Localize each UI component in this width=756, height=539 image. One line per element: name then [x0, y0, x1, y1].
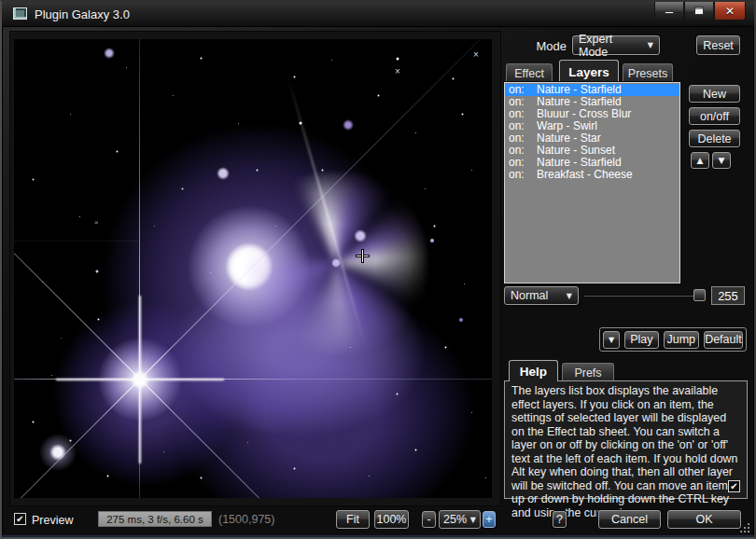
zoom-100-button[interactable]: 100% — [374, 510, 409, 529]
layer-state-toggle[interactable]: on: — [509, 108, 537, 120]
layer-name: Nature - Sunset — [537, 145, 615, 157]
maximize-icon — [694, 7, 704, 15]
move-layer-down-button[interactable]: ▼ — [712, 152, 731, 169]
cursor-coordinates: (1500,975) — [218, 513, 274, 526]
tab-presets[interactable]: Presets — [623, 63, 673, 83]
layer-list[interactable]: on:Nature - Starfield on:Nature - Starfi… — [504, 82, 680, 283]
onoff-layer-button[interactable]: on/off — [689, 107, 740, 125]
layer-state-toggle[interactable]: on: — [509, 84, 537, 96]
preview-checkbox-label: Preview — [32, 514, 73, 527]
opacity-slider-track[interactable] — [584, 295, 704, 297]
mode-select-value: Expert Mode — [579, 33, 642, 59]
layer-state-toggle[interactable]: on: — [509, 157, 537, 169]
layer-state-toggle[interactable]: on: — [509, 169, 537, 181]
layer-name: Nature - Starfield — [537, 157, 622, 169]
star-cross: × — [473, 50, 479, 60]
app-icon — [13, 7, 27, 20]
zoom-in-button[interactable]: + — [483, 511, 496, 528]
tab-layers[interactable]: Layers — [559, 60, 619, 83]
layer-state-toggle[interactable]: on: — [509, 145, 537, 157]
layer-row[interactable]: on:Nature - Starfield — [505, 84, 679, 96]
reset-button[interactable]: Reset — [696, 35, 740, 55]
jump-button[interactable]: Jump — [664, 331, 699, 349]
zoom-out-button[interactable]: - — [422, 511, 436, 528]
star-spike — [139, 296, 141, 463]
delete-layer-button[interactable]: Delete — [689, 130, 740, 147]
layer-row[interactable]: on:Breakfast - Cheese — [505, 169, 679, 181]
titlebar[interactable]: Plugin Galaxy 3.0 ✕ — [2, 2, 754, 27]
play-options-dropdown[interactable]: ▼ — [603, 331, 620, 349]
layer-name: Warp - Swirl — [537, 120, 597, 132]
transport-group: ▼ Play Jump Default — [599, 327, 747, 352]
default-button[interactable]: Default — [704, 331, 743, 349]
layer-name: Nature - Starfield — [537, 84, 622, 96]
help-text-panel: The layers list box displays the availab… — [504, 380, 748, 499]
tab-help[interactable]: Help — [509, 360, 558, 381]
layer-name: Breakfast - Cheese — [537, 169, 633, 181]
render-stats: 275 ms, 3 f/s, 6.60 s — [98, 511, 212, 527]
fit-button[interactable]: Fit — [336, 510, 370, 529]
blend-mode-value: Normal — [511, 289, 548, 302]
layer-row[interactable]: on:Nature - Star — [505, 132, 679, 145]
crosshair-cursor — [356, 249, 370, 263]
preview-checkbox[interactable]: ✔ — [14, 513, 26, 525]
mode-label: Mode — [531, 39, 567, 53]
minimize-icon — [665, 11, 674, 14]
layer-name: Nature - Starfield — [537, 96, 622, 108]
tab-effect[interactable]: Effect — [506, 63, 553, 83]
swirl-effect — [243, 170, 429, 356]
layer-row[interactable]: on:Nature - Sunset — [505, 145, 679, 157]
chevron-down-icon: ▼ — [567, 292, 572, 300]
ok-button[interactable]: OK — [667, 510, 741, 529]
layer-row[interactable]: on:Nature - Starfield — [505, 157, 679, 169]
tab-prefs[interactable]: Prefs — [562, 363, 614, 381]
layer-name: Nature - Star — [537, 132, 601, 145]
help-text: The layers list box displays the availab… — [511, 384, 737, 519]
new-layer-button[interactable]: New — [689, 85, 740, 103]
chevron-down-icon: ▼ — [470, 516, 476, 524]
zoom-level-value: 25% — [443, 513, 467, 526]
preview-canvas[interactable]: × × × — [14, 39, 492, 498]
maximize-button[interactable] — [684, 2, 714, 21]
layer-row[interactable]: on:Warp - Swirl — [505, 120, 679, 132]
app-window: Plugin Galaxy 3.0 ✕ × × × — [0, 0, 756, 539]
window-title: Plugin Galaxy 3.0 — [35, 7, 130, 21]
chevron-down-icon: ▼ — [648, 41, 653, 49]
zoom-level-select[interactable]: 25% ▼ — [439, 510, 481, 529]
blend-mode-select[interactable]: Normal ▼ — [504, 286, 579, 305]
preview-panel: × × × — [9, 31, 501, 506]
close-button[interactable]: ✕ — [714, 2, 746, 21]
minimize-button[interactable] — [654, 2, 684, 21]
move-layer-up-button[interactable]: ▲ — [691, 152, 709, 169]
cancel-button[interactable]: Cancel — [598, 510, 661, 529]
layer-row[interactable]: on:Bluuur - Cross Blur — [505, 108, 679, 120]
opacity-value: 255 — [711, 286, 745, 305]
starfield-glow-dots — [14, 39, 16, 41]
layer-state-toggle[interactable]: on: — [509, 132, 537, 145]
layer-state-toggle[interactable]: on: — [509, 96, 537, 108]
close-icon: ✕ — [725, 5, 735, 18]
starfield-tile-edge — [14, 241, 139, 242]
resize-grip[interactable] — [740, 523, 749, 532]
opacity-slider-handle[interactable] — [693, 289, 706, 301]
star-cross: × — [94, 218, 99, 228]
layer-row[interactable]: on:Nature - Starfield — [505, 96, 679, 108]
layer-state-toggle[interactable]: on: — [509, 120, 537, 132]
help-button[interactable]: ? — [553, 511, 567, 528]
window-controls: ✕ — [654, 2, 746, 21]
star-cross: × — [395, 67, 400, 76]
help-checkbox[interactable]: ✔ — [728, 480, 740, 492]
play-button[interactable]: Play — [624, 331, 658, 349]
mode-select[interactable]: Expert Mode ▼ — [572, 35, 660, 55]
layer-name: Bluuur - Cross Blur — [537, 108, 631, 120]
